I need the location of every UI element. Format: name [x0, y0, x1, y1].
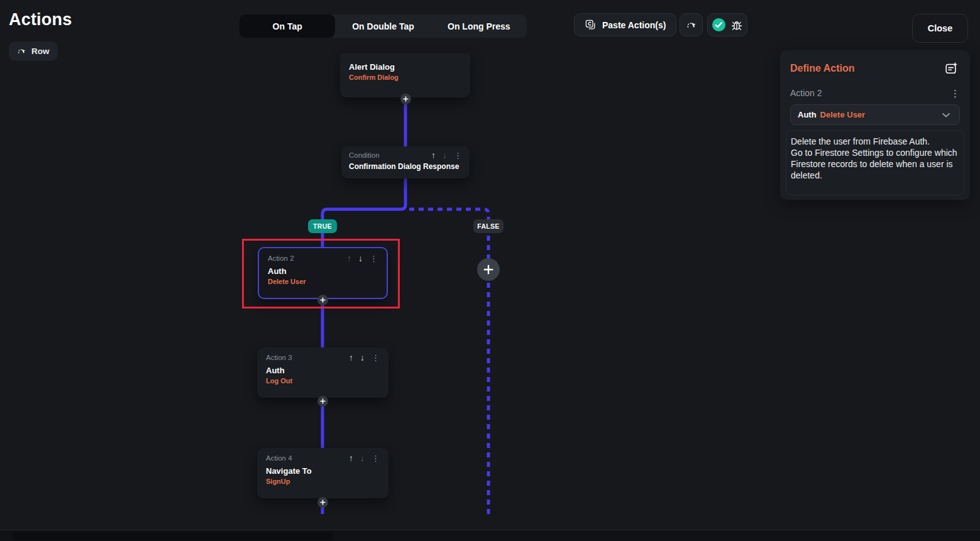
horizontal-scrollbar-thumb[interactable]	[13, 532, 333, 540]
node-options-kebab-icon[interactable]: ⋮	[454, 151, 462, 160]
action-flow-editor: Actions Row On Tap On Double Tap On Long…	[0, 0, 980, 541]
node-action-3-auth-log-out[interactable]: Action 3 ↑ ↓ ⋮ Auth Log Out	[257, 347, 388, 398]
add-action-plus-button[interactable]	[317, 396, 328, 407]
node-label: Action 4	[266, 454, 292, 462]
node-title: Navigate To	[266, 466, 380, 476]
node-label: Action 3	[266, 354, 292, 361]
node-options-kebab-icon[interactable]: ⋮	[370, 254, 378, 263]
node-subtitle: Log Out	[266, 377, 380, 385]
move-up-icon[interactable]: ↑	[349, 454, 353, 462]
node-condition[interactable]: Condition ↑ ↓ ⋮ Confirmation Dialog Resp…	[341, 146, 470, 178]
move-down-icon[interactable]: ↓	[360, 454, 365, 462]
node-subtitle: Delete User	[268, 278, 378, 285]
node-options-kebab-icon[interactable]: ⋮	[372, 454, 380, 462]
node-action-2-auth-delete-user[interactable]: Action 2 ↑ ↓ ⋮ Auth Delete User	[258, 247, 388, 299]
node-action-4-navigate-to-signup[interactable]: Action 4 ↑ ↓ ⋮ Navigate To SignUp	[257, 448, 388, 498]
move-down-icon[interactable]: ↓	[443, 151, 447, 160]
true-branch-badge: TRUE	[308, 219, 337, 233]
node-alert-dialog[interactable]: Alert Dialog Confirm Dialog	[340, 53, 470, 97]
move-down-icon[interactable]: ↓	[360, 353, 365, 362]
move-up-icon[interactable]: ↑	[349, 353, 353, 362]
add-action-plus-button[interactable]	[317, 295, 328, 305]
node-label: Condition	[349, 151, 380, 159]
false-branch-badge: FALSE	[473, 219, 504, 233]
node-title: Auth	[266, 366, 380, 375]
node-options-kebab-icon[interactable]: ⋮	[372, 354, 380, 362]
move-up-icon[interactable]: ↑	[431, 151, 436, 160]
move-down-icon[interactable]: ↓	[358, 254, 363, 263]
node-title: Alert Dialog	[349, 62, 461, 72]
horizontal-scrollbar-track[interactable]	[0, 530, 980, 541]
node-title: Auth	[268, 266, 378, 276]
add-action-plus-button[interactable]	[317, 497, 328, 508]
move-up-icon[interactable]: ↑	[347, 254, 351, 263]
node-subtitle: Confirm Dialog	[349, 74, 461, 81]
node-label: Action 2	[268, 254, 294, 262]
node-subtitle: SignUp	[266, 478, 380, 485]
node-title: Confirmation Dialog Response	[349, 162, 462, 171]
add-false-branch-action-button[interactable]	[477, 258, 500, 281]
add-action-plus-button[interactable]	[400, 94, 411, 104]
